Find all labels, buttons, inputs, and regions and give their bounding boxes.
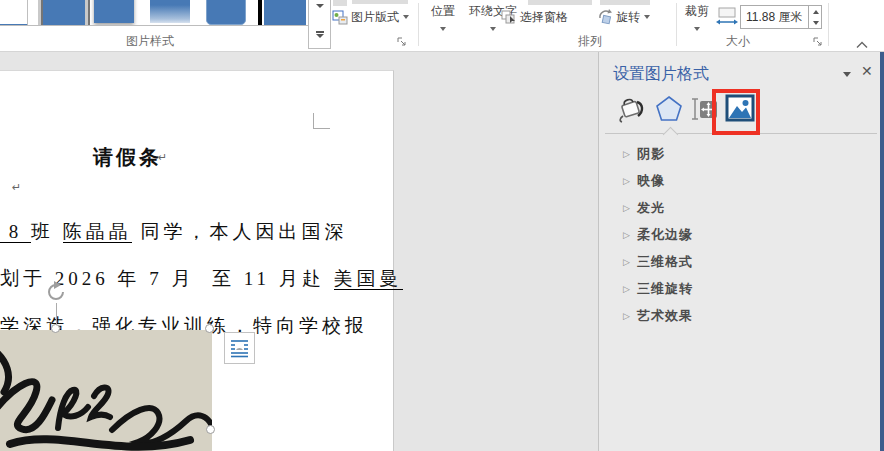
pane-section-label: 艺术效果 xyxy=(637,307,693,325)
document-page[interactable]: 请假条 ↵ ↵ 8 班 陈晶晶 同学，本人因出国深划于 2026 年 7 月 至… xyxy=(0,70,394,451)
width-icon xyxy=(716,7,738,31)
rotate-handle[interactable] xyxy=(45,281,67,307)
pane-section-label: 发光 xyxy=(637,199,665,217)
clipped-ribbon-button xyxy=(352,0,408,4)
picture-style-thumbnail[interactable] xyxy=(94,0,134,23)
pane-section-label: 映像 xyxy=(637,172,665,190)
expand-triangle-icon: ▷ xyxy=(623,284,637,294)
expand-triangle-icon: ▷ xyxy=(623,176,637,186)
group-label-size: 大小 xyxy=(678,33,798,50)
pane-title: 设置图片格式 xyxy=(613,64,709,85)
gallery-row-down-button[interactable] xyxy=(309,4,330,8)
selection-pane-button[interactable]: 选择窗格 xyxy=(501,8,568,26)
clipped-ribbon-button xyxy=(333,0,347,6)
pane-options-arrow-icon[interactable] xyxy=(843,72,851,77)
pane-section-柔化边缘[interactable]: ▷柔化边缘 xyxy=(599,221,884,248)
down-arrow-icon xyxy=(316,34,324,38)
margin-corner-mark xyxy=(313,128,330,129)
pane-close-button[interactable]: ✕ xyxy=(861,64,873,78)
paragraph-mark-icon: ↵ xyxy=(158,151,167,164)
selection-handle-top[interactable] xyxy=(51,324,60,333)
size-dialog-launcher[interactable] xyxy=(812,34,824,46)
gallery-more-button[interactable] xyxy=(309,31,330,38)
pane-section-映像[interactable]: ▷映像 xyxy=(599,167,884,194)
group-separator xyxy=(676,3,677,46)
picture-styles-gallery xyxy=(0,0,308,26)
layout-options-icon xyxy=(229,338,250,358)
pane-section-阴影[interactable]: ▷阴影 xyxy=(599,140,884,167)
down-arrow-icon xyxy=(316,4,324,8)
dropdown-arrow-icon xyxy=(440,27,446,31)
pane-section-label: 阴影 xyxy=(637,145,665,163)
expand-triangle-icon: ▷ xyxy=(623,149,637,159)
spinner-up-button[interactable] xyxy=(809,6,822,17)
margin-corner-mark xyxy=(313,113,314,129)
expand-triangle-icon: ▷ xyxy=(623,311,637,321)
document-heading: 请假条 xyxy=(93,144,162,171)
window-edge xyxy=(880,52,884,451)
selection-handle-top-right[interactable] xyxy=(205,324,214,333)
picture-styles-dialog-launcher[interactable] xyxy=(396,34,408,46)
selection-handle-right[interactable] xyxy=(206,425,215,434)
effects-icon xyxy=(655,94,683,124)
picture-style-thumbnail[interactable] xyxy=(38,0,90,26)
dropdown-arrow-icon xyxy=(694,27,700,31)
pane-section-艺术效果[interactable]: ▷艺术效果 xyxy=(599,302,884,329)
tab-fill-and-line[interactable] xyxy=(617,94,645,128)
effects-section-list: ▷阴影▷映像▷发光▷柔化边缘▷三维格式▷三维旋转▷艺术效果 xyxy=(599,140,884,329)
picture-layout-label: 图片版式 xyxy=(351,9,399,26)
selection-pane-icon xyxy=(501,9,517,25)
format-picture-pane: 设置图片格式 ✕ xyxy=(598,52,884,451)
group-label-arrange: 排列 xyxy=(480,33,700,50)
paragraph-mark-icon: ↵ xyxy=(12,181,21,194)
layout-options-button[interactable] xyxy=(224,332,255,364)
expand-triangle-icon: ▷ xyxy=(623,257,637,267)
more-bar-icon xyxy=(316,31,324,33)
picture-style-thumbnail[interactable] xyxy=(206,0,246,25)
expand-triangle-icon: ▷ xyxy=(623,230,637,240)
clipped-ribbon-button xyxy=(600,0,650,5)
signature-strokes xyxy=(0,330,212,451)
dropdown-arrow-icon xyxy=(403,15,409,19)
picture-layout-button[interactable]: 图片版式 xyxy=(332,8,409,26)
width-spinner xyxy=(808,6,822,28)
pane-section-三维旋转[interactable]: ▷三维旋转 xyxy=(599,275,884,302)
clipped-ribbon-button xyxy=(528,0,592,5)
expand-triangle-icon: ▷ xyxy=(623,203,637,213)
word-window: 图片样式 图片版式 位置 环绕文字 xyxy=(0,0,884,451)
collapse-ribbon-button[interactable] xyxy=(855,35,869,53)
dropdown-arrow-icon xyxy=(644,15,650,19)
group-separator xyxy=(828,3,829,46)
tab-effects-active[interactable] xyxy=(655,94,683,128)
picture-style-thumbnail[interactable] xyxy=(150,0,190,23)
gallery-scrollbar xyxy=(308,0,331,49)
rotate-button[interactable]: 旋转 xyxy=(597,8,650,26)
pane-section-label: 柔化边缘 xyxy=(637,226,693,244)
picture-layout-icon xyxy=(332,9,348,25)
fill-and-line-icon xyxy=(617,94,645,124)
dropdown-arrow-icon xyxy=(490,27,496,31)
document-line: 8 班 陈晶晶 同学，本人因出国深 xyxy=(0,219,348,245)
position-button[interactable]: 位置 xyxy=(424,0,462,48)
rotate-arrow-icon xyxy=(45,281,67,303)
ribbon: 图片样式 图片版式 位置 环绕文字 xyxy=(0,0,884,52)
red-highlight-annotation xyxy=(712,89,760,135)
pane-section-发光[interactable]: ▷发光 xyxy=(599,194,884,221)
spinner-down-button[interactable] xyxy=(809,17,822,28)
group-separator xyxy=(418,3,419,46)
pane-section-label: 三维旋转 xyxy=(637,280,693,298)
group-label-picture-styles: 图片样式 xyxy=(0,33,300,50)
pane-section-三维格式[interactable]: ▷三维格式 xyxy=(599,248,884,275)
picture-style-thumbnail[interactable] xyxy=(0,0,28,26)
signature-picture[interactable] xyxy=(0,330,212,451)
picture-style-thumbnail-selected[interactable] xyxy=(258,0,308,26)
chevron-up-icon xyxy=(855,41,869,49)
rotate-icon xyxy=(597,9,613,25)
pane-section-label: 三维格式 xyxy=(637,253,693,271)
